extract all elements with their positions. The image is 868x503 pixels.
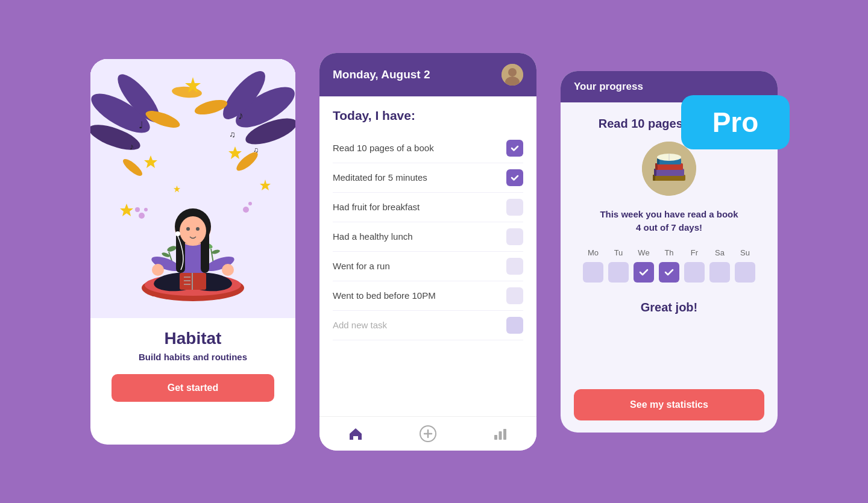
task-checkbox[interactable] <box>506 140 523 157</box>
svg-text:♫: ♫ <box>229 130 236 139</box>
svg-point-45 <box>175 231 180 236</box>
progress-title: Your progress <box>574 81 643 92</box>
illustration-area: ♪ ♫ ♩ ♪ ♫ <box>90 59 295 318</box>
task-checkbox[interactable] <box>506 199 523 216</box>
task-text: Went for a run <box>333 261 390 271</box>
get-started-button[interactable]: Get started <box>112 374 274 402</box>
svg-text:♪: ♪ <box>238 110 244 122</box>
day-check-mo[interactable] <box>583 262 603 283</box>
see-statistics-button[interactable]: See my statistics <box>574 389 764 420</box>
add-icon[interactable] <box>420 425 436 442</box>
day-check-we[interactable] <box>634 262 654 283</box>
task-item: Went for a run <box>333 252 523 281</box>
svg-point-43 <box>186 227 190 231</box>
habit-image <box>642 142 696 196</box>
svg-point-57 <box>508 68 517 77</box>
stats-icon[interactable] <box>492 425 509 442</box>
task-item: Meditated for 5 minutes <box>333 163 523 193</box>
day-label-tu: Tu <box>608 248 629 257</box>
task-item: Had fruit for breakfast <box>333 193 523 222</box>
task-checkbox[interactable] <box>506 258 523 275</box>
current-date: Monday, August 2 <box>333 68 430 81</box>
add-task-button[interactable] <box>506 317 523 334</box>
day-checks-row <box>583 262 755 283</box>
avatar[interactable] <box>502 64 523 86</box>
task-checkbox[interactable] <box>506 287 523 304</box>
day-label-th: Th <box>659 248 679 257</box>
svg-point-44 <box>196 227 200 231</box>
task-text: Read 10 pages of a book <box>333 143 434 153</box>
svg-point-52 <box>135 207 140 212</box>
svg-point-55 <box>248 202 252 205</box>
svg-text:♫: ♫ <box>253 146 259 154</box>
svg-rect-64 <box>494 435 497 440</box>
svg-text:♪: ♪ <box>130 142 134 151</box>
day-label-fr: Fr <box>684 248 705 257</box>
svg-text:♩: ♩ <box>139 120 143 130</box>
svg-point-42 <box>180 216 206 245</box>
day-label-we: We <box>634 248 654 257</box>
home-icon[interactable] <box>347 425 364 442</box>
task-text: Had a healthy lunch <box>333 231 413 242</box>
app-title: Habitat <box>165 329 222 348</box>
task-item: Had a healthy lunch <box>333 222 523 252</box>
task-text: Meditated for 5 minutes <box>333 172 427 183</box>
day-label-su: Su <box>735 248 755 257</box>
svg-rect-47 <box>192 273 193 290</box>
day-check-th[interactable] <box>659 262 679 283</box>
day-label-mo: Mo <box>583 248 603 257</box>
task-text: Had fruit for breakfast <box>333 202 420 212</box>
day-check-su[interactable] <box>735 262 755 283</box>
add-task-label: Add new task <box>333 320 387 330</box>
svg-rect-66 <box>503 429 506 440</box>
app-tagline: Build habits and routines <box>139 352 247 362</box>
pro-badge: Pro <box>681 95 790 149</box>
day-check-tu[interactable] <box>608 262 629 283</box>
svg-rect-75 <box>657 158 659 164</box>
svg-rect-65 <box>499 431 502 440</box>
pro-label: Pro <box>712 106 759 139</box>
days-grid: Mo Tu We Th Fr Sa Su <box>574 248 764 283</box>
tasks-card: Monday, August 2 Today, I have: Read 10 … <box>319 53 536 451</box>
habitat-card: ♪ ♫ ♩ ♪ ♫ <box>90 59 295 445</box>
progress-card-wrapper: Pro Your progress Read 10 pages of a boo… <box>561 71 778 433</box>
task-checkbox[interactable] <box>506 169 523 186</box>
day-labels-row: Mo Tu We Th Fr Sa Su <box>583 248 755 257</box>
svg-point-51 <box>139 213 145 219</box>
task-checkbox[interactable] <box>506 228 523 245</box>
tasks-header: Monday, August 2 <box>319 53 536 96</box>
progress-body: Read 10 pages of a book <box>561 102 778 433</box>
day-check-fr[interactable] <box>684 262 705 283</box>
add-task-item[interactable]: Add new task <box>333 311 523 340</box>
svg-point-53 <box>144 208 148 211</box>
task-item: Went to bed before 10PM <box>333 281 523 311</box>
svg-point-35 <box>152 264 164 276</box>
great-job-text: Great job! <box>641 301 697 314</box>
task-list-body: Today, I have: Read 10 pages of a book M… <box>319 96 536 416</box>
today-label: Today, I have: <box>333 108 523 123</box>
svg-point-37 <box>222 264 234 276</box>
day-label-sa: Sa <box>709 248 730 257</box>
bottom-nav <box>319 416 536 451</box>
progress-description: This week you have read a book 4 out of … <box>600 208 738 235</box>
task-item: Read 10 pages of a book <box>333 134 523 163</box>
svg-point-54 <box>243 207 249 213</box>
day-check-sa[interactable] <box>709 262 730 283</box>
task-text: Went to bed before 10PM <box>333 290 436 301</box>
